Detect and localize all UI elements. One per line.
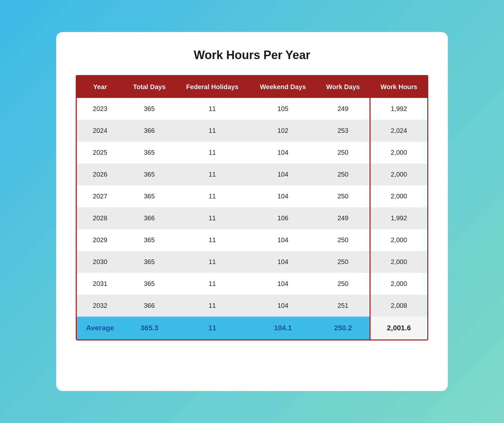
- table-cell: 2,000: [370, 273, 428, 295]
- table-cell: 11: [175, 164, 249, 185]
- table-row: 2026365111042502,000: [77, 164, 427, 185]
- table-cell: 365: [123, 229, 175, 251]
- table-cell: 365: [123, 251, 175, 273]
- col-header-work-hours: Work Hours: [370, 76, 428, 98]
- table-cell: 249: [316, 207, 370, 229]
- table-cell: 11: [175, 251, 249, 273]
- col-header-work-days: Work Days: [316, 76, 370, 98]
- col-header-weekend-days: Weekend Days: [249, 76, 316, 98]
- table-cell: 250: [316, 251, 370, 273]
- table-cell: 104: [249, 295, 316, 317]
- table-cell: 104: [249, 273, 316, 295]
- table-cell: 365: [123, 273, 175, 295]
- table-cell: 11: [175, 120, 249, 142]
- table-cell: 365: [123, 98, 175, 120]
- table-cell: 2028: [77, 207, 123, 229]
- table-cell: 11: [175, 229, 249, 251]
- table-cell: 366: [123, 207, 175, 229]
- table-cell: 249: [316, 98, 370, 120]
- table-cell: 2027: [77, 185, 123, 207]
- average-cell: 104.1: [249, 317, 316, 339]
- col-header-federal-holidays: Federal Holidays: [175, 76, 249, 98]
- table-cell: 106: [249, 207, 316, 229]
- table-cell: 1,992: [370, 207, 428, 229]
- table-row: 2030365111042502,000: [77, 251, 427, 273]
- table-cell: 250: [316, 229, 370, 251]
- table-cell: 11: [175, 295, 249, 317]
- table-cell: 105: [249, 98, 316, 120]
- table-cell: 2024: [77, 120, 123, 142]
- table-cell: 2,000: [370, 251, 428, 273]
- table-cell: 250: [316, 164, 370, 185]
- table-cell: 2,000: [370, 142, 428, 164]
- table-cell: 366: [123, 120, 175, 142]
- card: Work Hours Per Year Year Total Days Fede…: [56, 32, 448, 391]
- table-cell: 250: [316, 142, 370, 164]
- table-row: 2023365111052491,992: [77, 98, 427, 120]
- table-cell: 11: [175, 207, 249, 229]
- table-cell: 365: [123, 164, 175, 185]
- col-header-total-days: Total Days: [123, 76, 175, 98]
- table-cell: 2,000: [370, 164, 428, 185]
- table-cell: 104: [249, 229, 316, 251]
- table-cell: 2025: [77, 142, 123, 164]
- table-cell: 2030: [77, 251, 123, 273]
- table-cell: 104: [249, 164, 316, 185]
- table-cell: 2026: [77, 164, 123, 185]
- table-cell: 11: [175, 273, 249, 295]
- table-row: 2029365111042502,000: [77, 229, 427, 251]
- table-cell: 2,000: [370, 229, 428, 251]
- table-row: 2031365111042502,000: [77, 273, 427, 295]
- table-cell: 250: [316, 273, 370, 295]
- average-cell: 11: [175, 317, 249, 339]
- table-cell: 2031: [77, 273, 123, 295]
- table-cell: 366: [123, 295, 175, 317]
- table-cell: 102: [249, 120, 316, 142]
- table-cell: 104: [249, 142, 316, 164]
- table-cell: 250: [316, 185, 370, 207]
- table-cell: 251: [316, 295, 370, 317]
- average-work-hours-cell: 2,001.6: [370, 317, 428, 339]
- table-cell: 11: [175, 185, 249, 207]
- table-cell: 2,008: [370, 295, 428, 317]
- table-cell: 365: [123, 142, 175, 164]
- table-cell: 1,992: [370, 98, 428, 120]
- table-cell: 2,024: [370, 120, 428, 142]
- table-row: 2024366111022532,024: [77, 120, 427, 142]
- table-cell: 2032: [77, 295, 123, 317]
- table-cell: 104: [249, 185, 316, 207]
- table-cell: 365: [123, 185, 175, 207]
- table-row: 2032366111042512,008: [77, 295, 427, 317]
- average-cell: 365.3: [123, 317, 175, 339]
- table-cell: 2029: [77, 229, 123, 251]
- table-row: 2027365111042502,000: [77, 185, 427, 207]
- table-cell: 2023: [77, 98, 123, 120]
- table-cell: 104: [249, 251, 316, 273]
- table-row: 2028366111062491,992: [77, 207, 427, 229]
- table-cell: 2,000: [370, 185, 428, 207]
- average-cell: 250.2: [316, 317, 370, 339]
- table-row: 2025365111042502,000: [77, 142, 427, 164]
- table-cell: 253: [316, 120, 370, 142]
- table-header-row: Year Total Days Federal Holidays Weekend…: [77, 76, 427, 98]
- average-row: Average365.311104.1250.22,001.6: [77, 317, 427, 339]
- average-cell: Average: [77, 317, 123, 339]
- col-header-year: Year: [77, 76, 123, 98]
- page-title: Work Hours Per Year: [194, 48, 310, 62]
- table-wrapper: Year Total Days Federal Holidays Weekend…: [76, 75, 428, 340]
- table-cell: 11: [175, 142, 249, 164]
- data-table: Year Total Days Federal Holidays Weekend…: [77, 76, 427, 339]
- table-cell: 11: [175, 98, 249, 120]
